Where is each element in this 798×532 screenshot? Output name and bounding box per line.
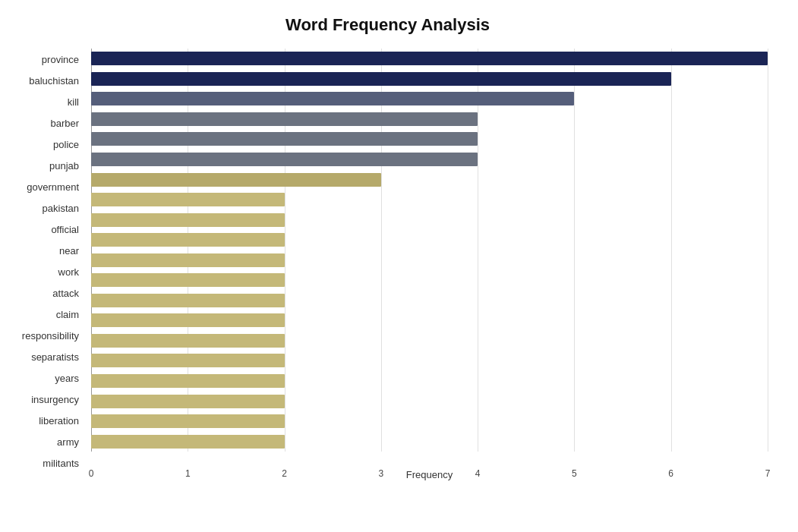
- bar-row-government: [91, 172, 768, 188]
- y-label-pakistan: pakistan: [8, 203, 85, 213]
- y-label-punjab: punjab: [8, 161, 85, 171]
- y-label-militants: militants: [8, 458, 85, 468]
- bar-separatists: [91, 334, 285, 348]
- y-label-government: government: [8, 182, 85, 192]
- bar-kill: [91, 92, 574, 105]
- bar-row-near: [91, 231, 768, 248]
- bar-row-years: [91, 352, 768, 369]
- y-label-official: official: [8, 225, 85, 235]
- bar-work: [91, 253, 285, 267]
- bar-militants: [91, 435, 285, 449]
- bar-punjab: [91, 153, 478, 166]
- y-label-near: near: [8, 246, 85, 256]
- bar-barber: [91, 112, 478, 126]
- y-label-baluchistan: baluchistan: [8, 76, 85, 86]
- bar-row-attack: [91, 272, 768, 288]
- bar-army: [91, 414, 285, 428]
- y-label-kill: kill: [8, 97, 85, 107]
- bar-years: [91, 354, 285, 367]
- bar-row-official: [91, 212, 768, 228]
- bar-row-kill: [91, 90, 768, 107]
- bar-row-responsibility: [91, 312, 768, 329]
- bar-province: [91, 52, 768, 65]
- bar-near: [91, 233, 285, 247]
- bar-row-punjab: [91, 151, 768, 168]
- y-label-liberation: liberation: [8, 416, 85, 426]
- bar-row-barber: [91, 111, 768, 127]
- bar-row-liberation: [91, 393, 768, 410]
- y-axis: provincebaluchistankillbarberpolicepunja…: [8, 49, 91, 474]
- bars-area: 01234567 Frequency: [91, 49, 768, 474]
- bar-row-baluchistan: [91, 71, 768, 87]
- bar-responsibility: [91, 313, 285, 327]
- y-label-insurgency: insurgency: [8, 395, 85, 405]
- chart-title: Word Frequency Analysis: [8, 15, 768, 35]
- y-label-work: work: [8, 267, 85, 277]
- bar-attack: [91, 273, 285, 287]
- x-axis-label: Frequency: [91, 469, 768, 480]
- y-label-separatists: separatists: [8, 352, 85, 362]
- bar-liberation: [91, 395, 285, 408]
- chart-container: Word Frequency Analysis provincebaluchis…: [0, 0, 798, 532]
- bar-row-militants: [91, 433, 768, 450]
- bar-police: [91, 132, 478, 146]
- bar-baluchistan: [91, 72, 671, 86]
- bar-pakistan: [91, 193, 285, 206]
- bar-row-army: [91, 413, 768, 430]
- bar-official: [91, 213, 285, 227]
- y-label-army: army: [8, 437, 85, 447]
- y-label-claim: claim: [8, 310, 85, 320]
- y-label-attack: attack: [8, 288, 85, 298]
- bar-row-province: [91, 50, 768, 67]
- bar-row-police: [91, 131, 768, 147]
- bar-row-work: [91, 252, 768, 269]
- bar-insurgency: [91, 374, 285, 388]
- y-label-province: province: [8, 55, 85, 65]
- y-label-barber: barber: [8, 118, 85, 128]
- y-label-years: years: [8, 373, 85, 383]
- bar-government: [91, 173, 381, 187]
- bar-row-insurgency: [91, 373, 768, 389]
- grid-line-7: [768, 49, 768, 452]
- bar-row-claim: [91, 292, 768, 309]
- bar-row-separatists: [91, 332, 768, 349]
- bar-row-pakistan: [91, 191, 768, 208]
- y-label-police: police: [8, 140, 85, 150]
- y-label-responsibility: responsibility: [8, 331, 85, 341]
- bar-claim: [91, 294, 285, 307]
